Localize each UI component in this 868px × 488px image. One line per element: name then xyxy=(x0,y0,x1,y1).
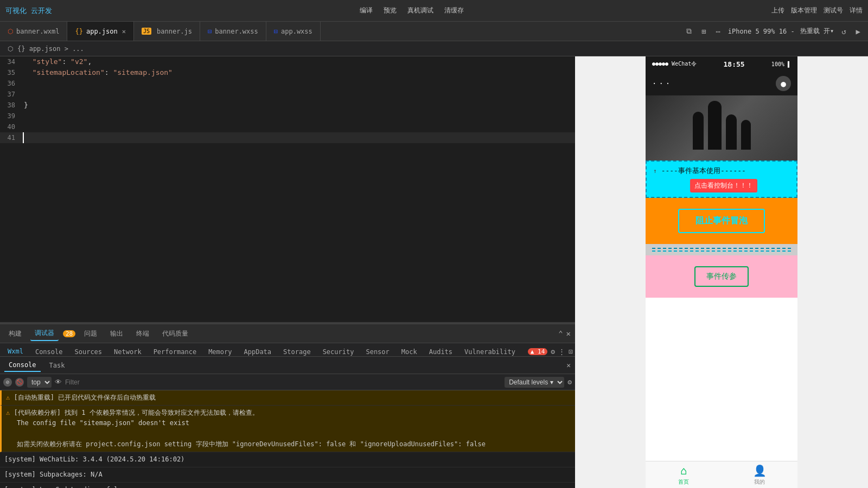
log-text-lazycodeloading: [system] LazyCodeLoading: false xyxy=(4,486,126,488)
devtools-toolbar-right: ⌃ ✕ xyxy=(558,329,571,338)
dock-icon[interactable]: ⊡ xyxy=(569,348,573,356)
more-devtools-icon[interactable]: ⋮ xyxy=(558,348,565,356)
stop-bubble-btn[interactable]: 阻止事件冒泡 xyxy=(678,209,765,233)
dt-tab-output[interactable]: 输出 xyxy=(106,327,127,341)
code-line-34: 34 "style": "v2", xyxy=(0,56,575,67)
dt-tab-issues[interactable]: 问题 xyxy=(80,327,101,341)
figure-4 xyxy=(741,120,751,150)
figure-3 xyxy=(726,114,737,150)
test-btn[interactable]: 测试号 xyxy=(824,6,843,15)
tabs-bar: ⬡ banner.wxml {} app.json ✕ JS banner.js… xyxy=(0,22,868,41)
log-text-sitemap: The config file "sitemap.json" doesn't e… xyxy=(6,419,189,427)
code-key-style: "style" xyxy=(33,57,62,66)
code-line-40: 40 xyxy=(0,121,575,132)
figures-group xyxy=(693,101,751,155)
dt-tab-debugger[interactable]: 调试器 xyxy=(30,326,59,341)
nav-item-home[interactable]: ⌂ 首页 xyxy=(646,461,722,488)
toolbar-right: 上传 版本管理 测试号 详情 xyxy=(771,6,863,15)
tab-label-app-wxss: app.wxss xyxy=(281,28,312,35)
hotreload-btn[interactable]: 热重载 开▾ xyxy=(800,27,834,36)
layout-toggle-icon[interactable]: ⊞ xyxy=(699,25,708,38)
line-content-34[interactable]: "style": "v2", xyxy=(22,56,575,67)
banner-image xyxy=(646,95,797,160)
cyan-arrow: ↑ xyxy=(653,168,657,175)
dt-tab-build[interactable]: 构建 xyxy=(4,327,26,341)
devtools-toolbar: 构建 调试器 28 问题 输出 终端 代码质量 ⌃ ✕ xyxy=(0,324,575,343)
reload-icon[interactable]: ↺ xyxy=(839,25,848,38)
line-content-35[interactable]: "sitemapLocation": "sitemap.json" xyxy=(22,67,575,78)
version-mgmt-btn[interactable]: 版本管理 xyxy=(791,6,817,15)
details-btn[interactable]: 详情 xyxy=(850,6,863,15)
line-content-38[interactable]: } xyxy=(22,100,575,111)
console-filter-input[interactable] xyxy=(65,378,501,386)
tab-banner-wxml[interactable]: ⬡ banner.wxml xyxy=(0,22,67,41)
tab-app-wxss[interactable]: ⊟ app.wxss xyxy=(266,22,321,41)
tab-label-banner-js: banner.js xyxy=(157,28,192,35)
clear-console-icon[interactable]: 🚫 xyxy=(15,378,24,387)
breadcrumb: ⬡ {} app.json > ... xyxy=(0,41,868,56)
block-icon[interactable]: ⊘ xyxy=(3,378,12,387)
pink-section: 事件传参 xyxy=(646,255,797,298)
log-text-wechatlib: [system] WeChatLib: 3.4.4 (2024.5.20 14:… xyxy=(4,455,184,463)
line-num-35: 35 xyxy=(0,67,22,78)
console-tab-task[interactable]: Task xyxy=(45,359,69,371)
compile-btn[interactable]: 编译 xyxy=(360,6,373,15)
profile-icon: 👤 xyxy=(753,464,767,477)
phone-frame: ●●●●● WeChat令 18:55 100% ▌ ··· ● xyxy=(646,56,797,488)
settings-icon[interactable]: ⚙ xyxy=(551,348,555,356)
line-num-40: 40 xyxy=(0,121,22,132)
log-text-dependency: [代码依赖分析] 找到 1 个依赖异常情况，可能会导致对应文件无法加载，请检查。 xyxy=(14,409,258,416)
log-entry-lazycodeloading: [system] LazyCodeLoading: false xyxy=(0,483,575,488)
clear-cache-btn[interactable]: 清缓存 xyxy=(444,6,464,15)
dashed-separator xyxy=(646,244,797,255)
line-num-38: 38 xyxy=(0,100,22,111)
phone-time: 18:55 xyxy=(723,60,744,68)
tab-app-json[interactable]: {} app.json ✕ xyxy=(67,22,133,41)
phone-battery: 100% ▌ xyxy=(771,61,791,67)
top-toolbar: 可视化 云开发 编译 预览 真机调试 清缓存 上传 版本管理 测试号 详情 xyxy=(0,0,868,22)
real-debug-btn[interactable]: 真机调试 xyxy=(407,6,433,15)
dashed-line-1 xyxy=(652,248,791,249)
upload-btn[interactable]: 上传 xyxy=(771,6,784,15)
tab-banner-js[interactable]: JS banner.js xyxy=(134,22,200,41)
line-num-36: 36 xyxy=(0,78,22,89)
code-line-41[interactable]: 41 xyxy=(0,132,575,143)
cyan-section: ↑ ----事件基本使用------ 点击看控制台！！！ xyxy=(646,160,797,198)
dt-tab-codequality[interactable]: 代码质量 xyxy=(158,327,193,341)
line-num-41: 41 xyxy=(0,132,22,143)
code-val-sitemap: "sitemap.json" xyxy=(113,68,173,76)
tab-close-app-json[interactable]: ✕ xyxy=(122,28,126,35)
console-input-row: ⊘ 🚫 top 👁 Default levels ▾ ⚙ xyxy=(0,374,575,390)
wechat-nav-bar: ··· ● xyxy=(646,72,797,95)
console-tab-console[interactable]: Console xyxy=(4,359,41,372)
preview-btn[interactable]: 预览 xyxy=(384,6,397,15)
tab-label-app-json: app.json xyxy=(86,28,118,35)
run-icon[interactable]: ▶ xyxy=(854,25,863,38)
phone-signal: ●●●●● WeChat令 xyxy=(652,60,697,68)
eye-icon[interactable]: 👁 xyxy=(55,378,62,386)
log-text-subpackages: [system] Subpackages: N/A xyxy=(4,471,103,478)
context-select[interactable]: top xyxy=(27,377,52,388)
wxml-icon: ⬡ xyxy=(8,28,13,35)
console-overlay: Console Task ✕ ⊘ 🚫 top 👁 Default levels … xyxy=(0,356,575,488)
code-key-sitemap: "sitemapLocation" xyxy=(33,68,105,76)
close-devtools-icon[interactable]: ✕ xyxy=(566,329,571,338)
tab-banner-wxss[interactable]: ⊟ banner.wxss xyxy=(200,22,266,41)
collapse-icon[interactable]: ⌃ xyxy=(558,329,563,338)
line-content-41[interactable] xyxy=(23,132,575,143)
phone-bottom-nav: ⌂ 首页 👤 我的 xyxy=(646,461,797,488)
level-select[interactable]: Default levels ▾ xyxy=(505,377,564,388)
dt-tab-terminal[interactable]: 终端 xyxy=(132,327,154,341)
debugger-badge: 28 xyxy=(63,330,75,337)
more-options-icon[interactable]: ⋯ xyxy=(713,25,722,38)
click-console-btn[interactable]: 点击看控制台！！！ xyxy=(690,179,757,192)
console-close-btn[interactable]: ✕ xyxy=(566,361,571,369)
console-settings-icon[interactable]: ⚙ xyxy=(567,378,572,386)
code-line-38: 38 } xyxy=(0,100,575,111)
nav-circle-btn[interactable]: ● xyxy=(776,76,791,91)
code-line-35: 35 "sitemapLocation": "sitemap.json" xyxy=(0,67,575,78)
nav-item-profile[interactable]: 👤 我的 xyxy=(722,461,797,488)
event-relay-btn[interactable]: 事件传参 xyxy=(694,266,749,287)
split-view-icon[interactable]: ⧉ xyxy=(684,24,694,38)
console-log: ⚠ [自动热重载] 已开启代码文件保存后自动热重载 ⚠ [代码依赖分析] 找到 … xyxy=(0,390,575,488)
